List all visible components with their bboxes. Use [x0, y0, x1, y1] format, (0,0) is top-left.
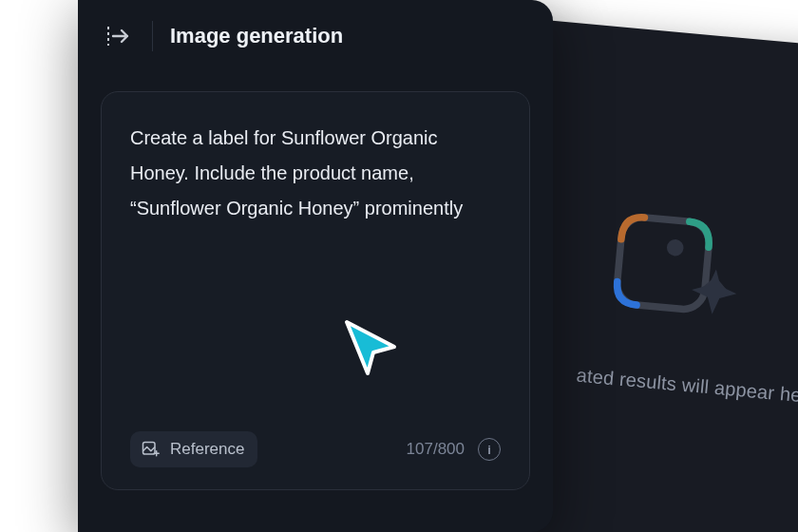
- svg-rect-0: [616, 215, 712, 311]
- info-icon[interactable]: i: [478, 438, 501, 461]
- preview-empty-text: ated results will appear he: [576, 364, 798, 406]
- prompt-footer: Reference 107/800 i: [130, 427, 501, 472]
- image-add-icon: [140, 439, 161, 460]
- panel-title: Image generation: [170, 24, 343, 48]
- expand-right-icon[interactable]: [101, 19, 135, 53]
- preview-placeholder-icon: [593, 197, 748, 352]
- generation-panel: Image generation Create a label for Sunf…: [78, 0, 553, 532]
- reference-button[interactable]: Reference: [130, 431, 257, 467]
- header-divider: [152, 21, 153, 51]
- prompt-textarea[interactable]: Create a label for Sunflower Organic Hon…: [130, 121, 501, 226]
- panel-header: Image generation: [78, 0, 553, 72]
- svg-point-1: [666, 238, 684, 256]
- reference-label: Reference: [170, 440, 244, 459]
- char-counter: 107/800: [407, 440, 465, 459]
- prompt-card: Create a label for Sunflower Organic Hon…: [101, 91, 530, 490]
